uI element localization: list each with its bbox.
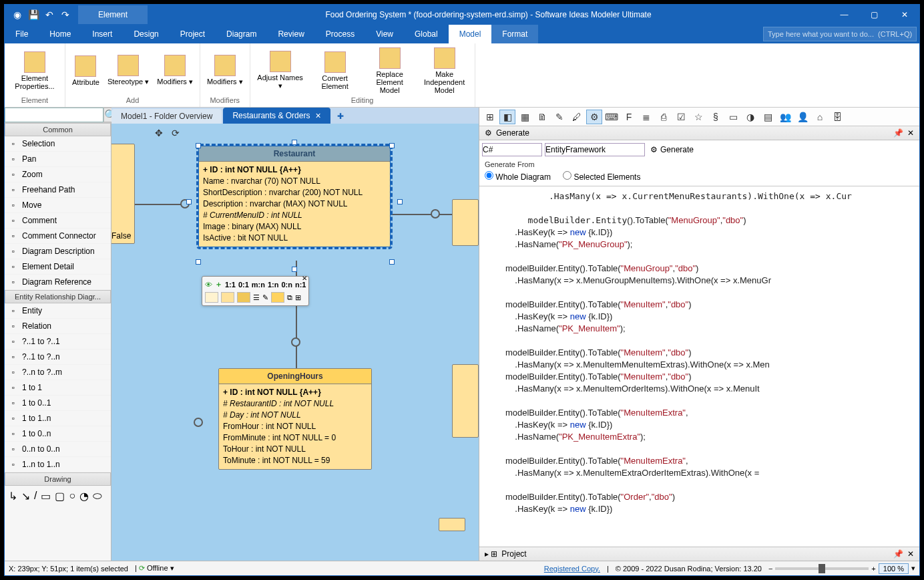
- tab-model-folder-overview[interactable]: Model1 - Folder Overview: [111, 109, 222, 124]
- tool-comment-connector[interactable]: ▫Comment Connector: [5, 229, 111, 244]
- panel-icon[interactable]: ☆: [690, 110, 706, 124]
- app-icon[interactable]: ◉: [11, 9, 23, 21]
- panel-icon[interactable]: ⊞: [482, 110, 498, 124]
- entity-attribute[interactable]: # CurrentMenuID : int NULL: [203, 210, 386, 221]
- entity-attribute[interactable]: ToMinute : int NOT NULL = 59: [223, 455, 367, 466]
- shape-icon[interactable]: ○: [69, 490, 75, 502]
- resize-handle[interactable]: [186, 199, 192, 204]
- menu-review[interactable]: Review: [267, 25, 314, 43]
- ribbon-convert-element[interactable]: Convert Element: [309, 50, 361, 92]
- panel-icon[interactable]: ▦: [517, 110, 533, 124]
- tool--n-to-n[interactable]: ▫1..n to 1..n: [5, 457, 111, 472]
- cardinality-0-1[interactable]: 0:1: [238, 281, 249, 289]
- status-offline[interactable]: Offline: [147, 564, 168, 572]
- resize-handle[interactable]: [196, 259, 201, 265]
- entity-openinghours[interactable]: OpeningHours + ID : int NOT NULL {A++}# …: [218, 368, 372, 470]
- entity-attribute[interactable]: # RestaurantID : int NOT NULL: [223, 398, 367, 410]
- tool-zoom[interactable]: ▫Zoom: [5, 167, 111, 182]
- menu-model[interactable]: Model: [449, 25, 492, 43]
- panel-icon[interactable]: §: [708, 110, 724, 124]
- shape-icon[interactable]: ▢: [55, 490, 65, 502]
- category-erd[interactable]: Entity Relationship Diagr...: [5, 290, 111, 303]
- cardinality-m-n[interactable]: m:n: [252, 281, 265, 289]
- panel-icon[interactable]: 👤: [794, 110, 811, 124]
- ribbon-attribute[interactable]: Attribute: [69, 54, 102, 88]
- shape-icon[interactable]: ⬭: [93, 490, 102, 502]
- code-output[interactable]: .HasMany(x => x.CurrentMenuRestaurants).…: [479, 186, 919, 547]
- shape-icon[interactable]: /: [34, 490, 37, 502]
- database-icon[interactable]: 🗄: [829, 110, 845, 124]
- menu-design[interactable]: Design: [123, 25, 169, 43]
- panel-icon[interactable]: ☑: [673, 110, 689, 124]
- entity-attribute[interactable]: ShortDescription : nvarchar (200) NOT NU…: [203, 187, 386, 198]
- zoom-out-button[interactable]: −: [768, 565, 772, 573]
- align-icon[interactable]: ⊞: [295, 293, 301, 302]
- tool-move[interactable]: ▫Move: [5, 198, 111, 213]
- menu-diagram[interactable]: Diagram: [216, 25, 267, 43]
- shape-icon[interactable]: ↳: [9, 490, 17, 502]
- entity-attribute[interactable]: + ID : int NOT NULL {A++}: [223, 387, 367, 398]
- ribbon-stereotype-[interactable]: Stereotype ▾: [105, 53, 152, 88]
- tool-relation[interactable]: ▫Relation: [5, 319, 111, 334]
- panel-icon[interactable]: ≣: [638, 110, 654, 124]
- pin-icon[interactable]: 📌: [893, 549, 903, 559]
- tool--to-[interactable]: ▫1 to 1: [5, 380, 111, 396]
- tool--n-to-n[interactable]: ▫0..n to 0..n: [5, 442, 111, 457]
- resize-handle[interactable]: [196, 143, 201, 148]
- project-panel-header[interactable]: ▸ ⊞ Project 📌 ✕: [479, 547, 919, 561]
- radio-whole-diagram[interactable]: Whole Diagram: [485, 171, 551, 182]
- menu-file[interactable]: File: [5, 25, 39, 43]
- ribbon-modifiers-[interactable]: Modifiers ▾: [204, 53, 246, 88]
- entity-attribute[interactable]: IsActive : bit NOT NULL: [203, 233, 386, 244]
- redo-icon[interactable]: ↷: [59, 9, 71, 21]
- relation-line[interactable]: [390, 214, 460, 215]
- ribbon-make-independent-model[interactable]: Make Independent Model: [419, 46, 471, 96]
- gear-icon[interactable]: ⚙: [586, 110, 602, 124]
- list-icon[interactable]: ☰: [253, 293, 260, 302]
- color-chip[interactable]: [221, 292, 234, 303]
- ribbon-replace-element-model[interactable]: Replace Element Model: [364, 46, 416, 96]
- generate-button[interactable]: ⚙ Generate: [648, 144, 696, 155]
- tool-entity[interactable]: ▫Entity: [5, 303, 111, 319]
- tool-pan[interactable]: ▫Pan: [5, 152, 111, 167]
- resize-handle[interactable]: [389, 143, 395, 148]
- tool--to-n[interactable]: ▫1 to 0..n: [5, 426, 111, 442]
- shape-icon[interactable]: ▭: [41, 490, 51, 502]
- panel-icon[interactable]: ⌨: [604, 110, 620, 124]
- entity-partial[interactable]: [452, 364, 479, 438]
- radio-selected-elements[interactable]: Selected Elements: [563, 171, 640, 182]
- resize-handle[interactable]: [292, 267, 297, 272]
- zoom-in-button[interactable]: +: [871, 565, 875, 573]
- tool--to-n[interactable]: ▫?..1 to ?..n: [5, 349, 111, 365]
- copy-icon[interactable]: ⧉: [287, 293, 292, 302]
- menu-process[interactable]: Process: [315, 25, 365, 43]
- rotate-icon[interactable]: ⟳: [172, 128, 180, 138]
- save-icon[interactable]: 💾: [27, 9, 39, 21]
- tool--to-n[interactable]: ▫1 to 1..n: [5, 411, 111, 426]
- color-chip[interactable]: [205, 292, 218, 303]
- color-chip[interactable]: [271, 292, 284, 303]
- add-tab-button[interactable]: ✚: [332, 109, 349, 124]
- menu-project[interactable]: Project: [170, 25, 216, 43]
- cardinality-1-1[interactable]: 1:1: [225, 281, 236, 289]
- tool--n-to-m[interactable]: ▫?..n to ?..m: [5, 365, 111, 380]
- zoom-level[interactable]: 100 %: [879, 563, 909, 574]
- menu-format[interactable]: Format: [491, 25, 538, 43]
- relation-port[interactable]: [194, 418, 203, 427]
- color-chip[interactable]: [237, 292, 250, 303]
- entity-attribute[interactable]: Image : binary (MAX) NULL: [203, 221, 386, 233]
- panel-icon[interactable]: ⎙: [656, 110, 672, 124]
- close-icon[interactable]: ✕: [907, 549, 914, 559]
- tool--to-[interactable]: ▫1 to 0..1: [5, 396, 111, 411]
- resize-handle[interactable]: [292, 140, 297, 145]
- language-select[interactable]: [482, 143, 542, 156]
- entity-partial[interactable]: [452, 199, 479, 246]
- entity-attribute[interactable]: Name : nvarchar (70) NOT NULL: [203, 176, 386, 187]
- zoom-slider[interactable]: [775, 567, 869, 570]
- entity-attribute[interactable]: FromHour : int NOT NULL: [223, 421, 367, 432]
- panel-icon[interactable]: ✎: [551, 110, 567, 124]
- panel-icon[interactable]: ▭: [725, 110, 741, 124]
- eye-icon[interactable]: 👁: [205, 281, 212, 289]
- panel-icon[interactable]: 🗎: [534, 110, 550, 124]
- move-icon[interactable]: ✥: [155, 128, 163, 138]
